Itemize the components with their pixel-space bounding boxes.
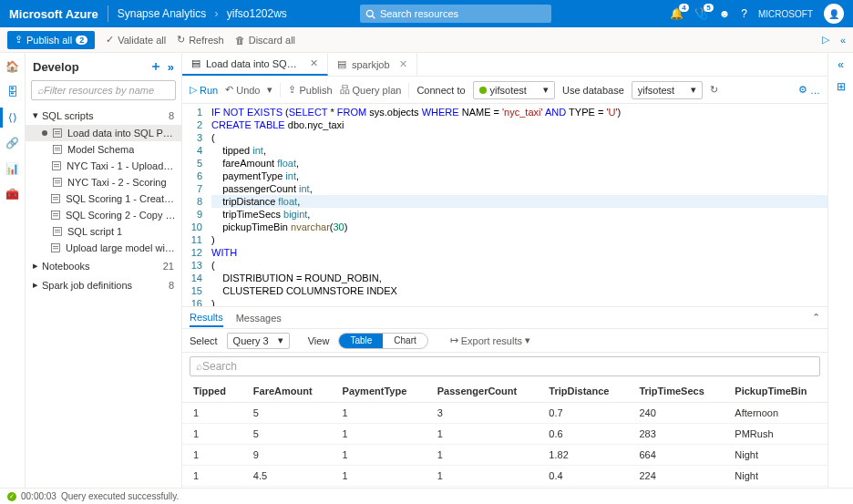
- undo-button[interactable]: ↶ Undo: [225, 84, 260, 96]
- main-area: ▤Load data into SQL P...✕▤sparkjob✕ ▷ Ru…: [182, 53, 827, 488]
- sidebar-item-sql-6[interactable]: SQL script 1: [26, 223, 181, 240]
- rail-home-icon[interactable]: 🏠: [5, 58, 21, 75]
- database-dropdown[interactable]: yifsotest▾: [632, 81, 703, 99]
- query-select-dropdown[interactable]: Query 3▾: [227, 333, 290, 349]
- table-row[interactable]: 15130.7240Afternoon: [182, 403, 827, 424]
- pane-more-button[interactable]: »: [168, 60, 174, 74]
- notifications-icon[interactable]: 🔔4: [670, 7, 683, 20]
- publish-button[interactable]: ⇪ Publish: [288, 84, 332, 96]
- sidebar-item-sql-7[interactable]: Upload large model with COPY INTO: [26, 240, 181, 256]
- help-icon[interactable]: ?: [741, 7, 747, 20]
- status-time: 00:00:03: [21, 491, 57, 501]
- editor-tabs: ▤Load data into SQL P...✕▤sparkjob✕: [182, 53, 827, 77]
- editor-tab-0[interactable]: ▤Load data into SQL P...✕: [182, 53, 328, 76]
- breadcrumb-service[interactable]: Synapse Analytics: [118, 7, 206, 20]
- connect-to-label: Connect to: [416, 85, 465, 96]
- view-chart[interactable]: Chart: [383, 334, 426, 348]
- diagnostics-icon[interactable]: 🩺5: [694, 7, 708, 20]
- trash-icon: 🗑: [235, 35, 245, 46]
- view-table[interactable]: Table: [339, 334, 383, 348]
- breadcrumb-workspace[interactable]: yifso1202ws: [227, 7, 287, 20]
- tab-results[interactable]: Results: [190, 309, 223, 327]
- svg-rect-4: [54, 179, 62, 187]
- col-PaymentType[interactable]: PaymentType: [332, 380, 426, 403]
- search-icon: [365, 9, 375, 19]
- svg-rect-7: [54, 228, 62, 236]
- add-resource-button[interactable]: ＋: [149, 58, 162, 75]
- related-icon[interactable]: ⊞: [837, 80, 846, 93]
- close-icon[interactable]: ✕: [310, 57, 318, 69]
- feedback-icon[interactable]: ☻: [719, 7, 731, 20]
- rail-monitor-icon[interactable]: 📊: [5, 160, 21, 177]
- col-TripDistance[interactable]: TripDistance: [538, 380, 628, 403]
- publish-all-button[interactable]: ⇪ Publish all 2: [7, 31, 95, 49]
- settings-button[interactable]: ⚙ …: [798, 84, 820, 96]
- svg-point-0: [366, 10, 373, 16]
- discard-all-button[interactable]: 🗑Discard all: [235, 35, 295, 46]
- spark-icon: ▤: [337, 58, 346, 70]
- refresh-button[interactable]: ↻Refresh: [177, 34, 224, 46]
- results-table: TippedFareAmountPaymentTypePassengerCoun…: [182, 380, 827, 488]
- close-icon[interactable]: ✕: [399, 58, 407, 70]
- col-TripTimeSecs[interactable]: TripTimeSecs: [628, 380, 724, 403]
- editor-tab-1[interactable]: ▤sparkjob✕: [328, 53, 417, 76]
- sidebar-item-sql-0[interactable]: Load data into SQL Pool: [26, 125, 181, 141]
- undo-dropdown[interactable]: ▾: [267, 84, 272, 96]
- results-panel: Results Messages ⌃ Select Query 3▾ View …: [182, 306, 827, 488]
- svg-rect-2: [54, 146, 62, 154]
- properties-icon[interactable]: «: [838, 58, 844, 71]
- table-row[interactable]: 17.5111.1589AMRush: [182, 487, 827, 489]
- col-PickupTimeBin[interactable]: PickupTimeBin: [724, 380, 827, 403]
- collapse-results-button[interactable]: ⌃: [812, 312, 820, 324]
- pane-title: Develop: [33, 60, 79, 74]
- rail-develop-icon[interactable]: ⟨⟩: [5, 109, 21, 126]
- table-row[interactable]: 15110.6283PMRush: [182, 424, 827, 445]
- col-PassengerCount[interactable]: PassengerCount: [426, 380, 539, 403]
- status-bar: ✓ 00:00:03 Query executed successfully.: [0, 488, 853, 504]
- pool-dropdown[interactable]: yifsotest▾: [473, 81, 555, 99]
- sidebar-item-sql-3[interactable]: NYC Taxi - 2 - Scoring: [26, 174, 181, 190]
- refresh-db-button[interactable]: ↻: [710, 84, 718, 96]
- avatar[interactable]: 👤: [824, 4, 844, 24]
- use-db-label: Use database: [562, 85, 624, 96]
- col-Tipped[interactable]: Tipped: [182, 380, 242, 403]
- run-all-button[interactable]: ▷: [822, 34, 829, 46]
- filter-input[interactable]: ⌕ Filter resources by name: [31, 80, 176, 100]
- develop-pane: Develop ＋ » ⌕ Filter resources by name ▾…: [26, 53, 182, 488]
- svg-rect-8: [52, 244, 60, 252]
- rail-data-icon[interactable]: 🗄: [5, 84, 21, 100]
- sidebar-item-sql-5[interactable]: SQL Scoring 2 - Copy model into mo...: [26, 207, 181, 223]
- right-rail: « ⊞: [827, 53, 853, 488]
- global-search-input[interactable]: Search resources: [360, 5, 551, 23]
- sidebar-item-sql-4[interactable]: SQL Scoring 1 - Create model table: [26, 190, 181, 207]
- export-results-button[interactable]: ↦ Export results ▾: [450, 334, 530, 346]
- table-row[interactable]: 19111.82664Night: [182, 445, 827, 466]
- results-search-input[interactable]: ⌕ Search: [190, 356, 820, 376]
- breadcrumb: Synapse Analytics › yifso1202ws: [118, 7, 287, 20]
- tab-messages[interactable]: Messages: [236, 310, 282, 326]
- rail-integrate-icon[interactable]: 🔗: [5, 135, 21, 151]
- select-label: Select: [190, 335, 218, 346]
- run-button[interactable]: ▷ Run: [190, 84, 218, 96]
- col-FareAmount[interactable]: FareAmount: [242, 380, 332, 403]
- expand-button[interactable]: «: [840, 35, 846, 46]
- section-spark[interactable]: ▸Spark job definitions8: [26, 275, 181, 294]
- rail-manage-icon[interactable]: 🧰: [5, 186, 21, 202]
- view-label: View: [308, 335, 330, 346]
- sidebar-item-sql-1[interactable]: Model Schema: [26, 141, 181, 158]
- query-plan-button[interactable]: 品 Query plan: [340, 83, 402, 97]
- view-toggle[interactable]: Table Chart: [338, 333, 427, 349]
- refresh-icon: ↻: [177, 34, 185, 46]
- search-icon: ⌕: [196, 360, 202, 373]
- sql-editor[interactable]: 12345678910111213141516171819202122 IF N…: [182, 104, 827, 306]
- validate-all-button[interactable]: ✓Validate all: [106, 34, 166, 46]
- section-notebooks[interactable]: ▸Notebooks21: [26, 256, 181, 275]
- section-sql-scripts[interactable]: ▾SQL scripts8: [26, 106, 181, 125]
- check-icon: ✓: [106, 34, 114, 46]
- sidebar-item-sql-2[interactable]: NYC Taxi - 1 - Upload model: [26, 158, 181, 174]
- table-row[interactable]: 14.5110.4224Night: [182, 466, 827, 487]
- azure-topbar: Microsoft Azure Synapse Analytics › yifs…: [0, 0, 853, 27]
- account-label[interactable]: MICROSOFT: [758, 9, 813, 19]
- upload-icon: ⇪: [15, 34, 23, 46]
- brand[interactable]: Microsoft Azure: [9, 7, 98, 21]
